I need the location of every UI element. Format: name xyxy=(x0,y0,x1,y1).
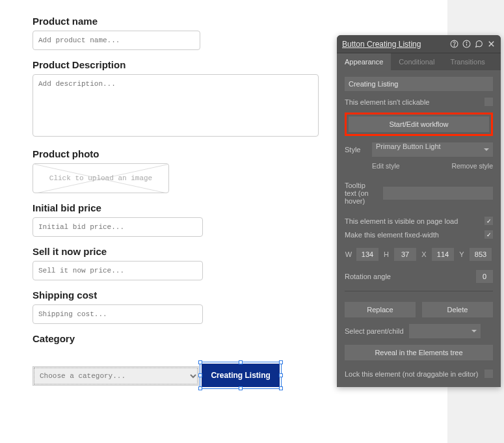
visible-checkbox[interactable]: ✓ xyxy=(484,217,493,225)
reveal-button[interactable]: Reveal in the Elements tree xyxy=(345,345,493,360)
select-parent-row: Select parent/child xyxy=(345,324,493,338)
property-panel[interactable]: Button Creating Listing Appearance Condi… xyxy=(337,35,501,387)
close-icon[interactable] xyxy=(487,40,496,48)
style-label: Style xyxy=(345,146,367,154)
property-panel-title: Button Creating Listing xyxy=(342,40,450,49)
product-photo-text: Click to upload an image xyxy=(49,174,152,182)
tab-appearance[interactable]: Appearance xyxy=(337,53,391,70)
replace-button[interactable]: Replace xyxy=(345,302,416,317)
dim-y-input[interactable] xyxy=(470,248,492,261)
lock-row: Lock this element (not draggable in edit… xyxy=(345,369,493,378)
style-links-row: Edit style Remove style xyxy=(345,162,493,170)
resize-handle-lc[interactable] xyxy=(198,373,202,377)
tooltip-row: Tooltip text (on hover) xyxy=(345,181,493,205)
comment-icon[interactable] xyxy=(475,40,483,48)
tab-transitions[interactable]: Transitions xyxy=(442,53,492,70)
dim-w-input[interactable] xyxy=(356,248,378,261)
product-description-input[interactable] xyxy=(33,74,319,137)
lock-checkbox[interactable] xyxy=(484,369,493,378)
edit-style-link[interactable]: Edit style xyxy=(372,162,400,170)
fixed-width-checkbox[interactable]: ✓ xyxy=(484,230,493,239)
dimensions-row: W H X Y xyxy=(345,248,493,261)
style-value: Primary Button Light xyxy=(376,142,441,150)
resize-handle-tr[interactable] xyxy=(279,360,283,364)
element-name-input[interactable] xyxy=(345,77,493,91)
start-edit-workflow-button[interactable]: Start/Edit workflow xyxy=(349,116,489,132)
rotation-label: Rotation angle xyxy=(345,273,391,280)
info-icon[interactable] xyxy=(462,40,471,48)
shipping-input[interactable] xyxy=(33,304,203,324)
property-body: This element isn't clickable Start/Edit … xyxy=(337,70,501,387)
svg-point-6 xyxy=(466,42,467,43)
fixed-width-row: Make this element fixed-width ✓ xyxy=(345,230,493,239)
resize-handle-br[interactable] xyxy=(279,386,283,390)
create-listing-button[interactable]: Creating Listing xyxy=(202,364,279,387)
remove-style-link[interactable]: Remove style xyxy=(451,162,493,170)
dim-h-input[interactable] xyxy=(394,248,416,261)
delete-button[interactable]: Delete xyxy=(422,302,493,317)
sell-now-input[interactable] xyxy=(33,261,203,280)
select-parent-dropdown[interactable] xyxy=(409,324,481,338)
workflow-highlight: Start/Edit workflow xyxy=(345,113,493,136)
style-select[interactable]: Primary Button Light xyxy=(372,142,493,157)
help-icon[interactable] xyxy=(450,40,458,48)
resize-handle-bc[interactable] xyxy=(239,386,243,390)
visible-row: This element is visible on page load ✓ xyxy=(345,217,493,225)
tooltip-input[interactable] xyxy=(383,187,493,200)
svg-point-3 xyxy=(454,46,455,46)
not-clickable-label: This element isn't clickable xyxy=(345,98,430,106)
rotation-input[interactable] xyxy=(476,270,493,283)
initial-bid-input[interactable] xyxy=(33,217,203,237)
product-name-input[interactable] xyxy=(33,31,200,50)
resize-handle-bl[interactable] xyxy=(198,386,202,390)
fixed-width-label: Make this element fixed-width xyxy=(345,231,439,239)
not-clickable-row: This element isn't clickable xyxy=(345,98,493,106)
property-tabs: Appearance Conditional Transitions xyxy=(337,53,501,70)
resize-handle-tl[interactable] xyxy=(198,360,202,364)
style-row: Style Primary Button Light xyxy=(345,142,493,157)
product-name-label: Product name xyxy=(33,16,415,27)
dim-y-label: Y xyxy=(458,250,466,258)
replace-delete-row: Replace Delete xyxy=(345,302,493,317)
resize-handle-tc[interactable] xyxy=(239,360,243,364)
dim-h-label: H xyxy=(382,250,390,258)
lock-label: Lock this element (not draggable in edit… xyxy=(345,370,478,378)
select-parent-label: Select parent/child xyxy=(345,327,404,335)
create-listing-selection[interactable]: Creating Listing xyxy=(202,364,279,387)
property-panel-header[interactable]: Button Creating Listing xyxy=(337,35,501,53)
not-clickable-checkbox[interactable] xyxy=(484,98,493,106)
tooltip-label: Tooltip text (on hover) xyxy=(345,181,378,205)
dim-w-label: W xyxy=(345,250,352,258)
category-select[interactable]: Choose a category... xyxy=(33,366,199,386)
product-photo-upload[interactable]: Click to upload an image xyxy=(33,163,169,193)
reveal-row: Reveal in the Elements tree xyxy=(345,345,493,360)
dim-x-input[interactable] xyxy=(432,248,454,261)
rotation-row: Rotation angle xyxy=(345,270,493,283)
dim-x-label: X xyxy=(420,250,428,258)
resize-handle-rc[interactable] xyxy=(279,373,283,377)
visible-label: This element is visible on page load xyxy=(345,217,458,225)
tab-conditional[interactable]: Conditional xyxy=(391,53,442,70)
